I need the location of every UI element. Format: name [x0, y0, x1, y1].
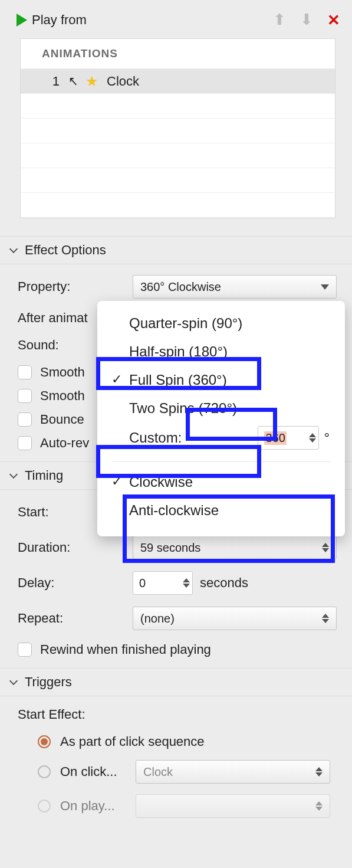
radio-icon [38, 800, 51, 813]
spin-option-half[interactable]: Half-spin (180°) [103, 338, 339, 366]
triggers-body: Start Effect: As part of click sequence … [0, 696, 352, 846]
animation-list-item[interactable]: 1 ↖ ★ Clock [21, 69, 335, 94]
animation-list-empty-row [21, 119, 335, 143]
trigger-on-click-target-dropdown[interactable]: Clock [136, 760, 330, 784]
spin-custom-value: 360 [264, 431, 286, 445]
stepper-down-icon [315, 772, 323, 777]
dropdown-arrow-icon [321, 284, 329, 290]
animation-list-empty-row [21, 143, 335, 168]
duration-label: Duration: [18, 540, 133, 555]
delay-unit: seconds [200, 575, 248, 591]
repeat-value: (none) [140, 612, 175, 625]
stepper-up-icon [322, 614, 329, 618]
smooth-end-label: Smooth [40, 388, 85, 404]
property-dropdown-menu: Quarter-spin (90°) Half-spin (180°) Full… [97, 301, 345, 536]
stepper-down-icon[interactable] [309, 438, 316, 443]
trigger-click-sequence-label: As part of click sequence [60, 734, 205, 749]
checkbox-icon [18, 365, 32, 379]
play-from-label[interactable]: Play from [32, 12, 273, 28]
property-label: Property: [18, 279, 133, 294]
animation-list-empty-row [21, 94, 335, 119]
stepper-down-icon [322, 619, 329, 623]
stepper-up-icon [315, 801, 323, 805]
spin-custom-label: Custom: [129, 430, 182, 446]
animation-list-empty-row [21, 168, 335, 193]
checkbox-icon [18, 389, 32, 403]
on-click-trigger-icon: ↖ [68, 74, 78, 89]
play-icon[interactable] [17, 14, 27, 27]
delay-label: Delay: [18, 575, 133, 591]
effect-options-title: Effect Options [25, 243, 106, 258]
checkbox-icon [18, 643, 32, 657]
stepper-up-icon [315, 767, 323, 771]
trigger-on-play-target-dropdown [136, 794, 330, 818]
emphasis-effect-icon: ★ [85, 73, 98, 90]
radio-icon [38, 765, 51, 778]
start-effect-label: Start Effect: [18, 707, 337, 722]
repeat-dropdown[interactable]: (none) [133, 607, 337, 630]
delay-input[interactable]: 0 [133, 571, 193, 595]
stepper-down-icon[interactable] [183, 584, 190, 588]
degree-unit: ° [324, 430, 330, 446]
radio-icon [38, 735, 51, 748]
smooth-start-label: Smooth [40, 365, 85, 380]
stepper-up-icon [322, 543, 329, 547]
triggers-title: Triggers [25, 674, 72, 690]
trigger-on-play-label: On play... [60, 798, 131, 814]
spin-option-two[interactable]: Two Spins (720°) [103, 394, 339, 422]
animations-list: ANIMATIONS 1 ↖ ★ Clock [20, 38, 335, 218]
menu-separator [111, 461, 331, 462]
chevron-down-icon [9, 470, 18, 479]
chevron-down-icon [9, 245, 18, 253]
rewind-label: Rewind when finished playing [40, 642, 211, 657]
direction-option-anticlockwise[interactable]: Anti-clockwise [103, 496, 339, 525]
animation-name: Clock [107, 74, 139, 89]
delay-value: 0 [139, 577, 146, 590]
duration-dropdown[interactable]: 59 seconds [133, 536, 337, 559]
checkbox-icon [18, 412, 32, 427]
animations-list-header: ANIMATIONS [21, 39, 335, 69]
bounce-label: Bounce [40, 412, 84, 427]
spin-option-full[interactable]: Full Spin (360°) [103, 366, 339, 394]
animation-play-header: Play from ⬆ ⬇ ✕ [0, 0, 352, 35]
direction-option-clockwise[interactable]: Clockwise [103, 468, 339, 496]
chevron-down-icon [9, 677, 18, 685]
spin-option-quarter[interactable]: Quarter-spin (90°) [103, 309, 339, 338]
trigger-click-sequence-radio[interactable]: As part of click sequence [38, 734, 337, 749]
animation-index: 1 [42, 74, 60, 89]
checkbox-icon [18, 436, 32, 450]
property-value: 360° Clockwise [140, 280, 221, 294]
duration-value: 59 seconds [140, 541, 200, 555]
spin-custom-input[interactable]: 360 [258, 426, 319, 450]
move-down-icon[interactable]: ⬇ [300, 11, 313, 29]
stepper-down-icon [322, 548, 329, 552]
repeat-label: Repeat: [18, 611, 133, 626]
effect-options-body: Property: 360° Clockwise After animat So… [0, 264, 352, 461]
triggers-section-toggle[interactable]: Triggers [0, 668, 352, 696]
trigger-on-click-label: On click... [60, 764, 131, 779]
property-dropdown[interactable]: 360° Clockwise [133, 275, 337, 299]
effect-options-section-toggle[interactable]: Effect Options [0, 236, 352, 264]
trigger-on-click-target: Clock [143, 765, 173, 779]
move-up-icon[interactable]: ⬆ [273, 11, 286, 29]
trigger-on-click-radio[interactable]: On click... Clock [38, 760, 337, 784]
spin-option-custom-row: Custom: 360 ° [103, 422, 339, 456]
stepper-up-icon[interactable] [183, 578, 190, 582]
timing-title: Timing [25, 468, 63, 483]
stepper-down-icon [315, 807, 323, 811]
stepper-up-icon[interactable] [309, 433, 316, 437]
trigger-on-play-radio: On play... [38, 794, 337, 818]
delete-icon[interactable]: ✕ [327, 12, 340, 28]
rewind-checkbox-row[interactable]: Rewind when finished playing [18, 642, 337, 657]
auto-reverse-label: Auto-rev [40, 435, 89, 451]
animation-list-empty-row [21, 193, 335, 218]
